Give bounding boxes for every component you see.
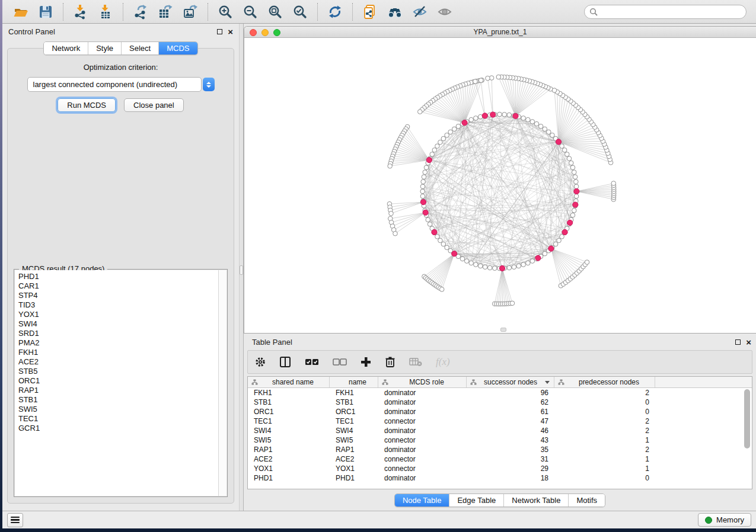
tab-network[interactable]: Network <box>44 42 88 55</box>
table-row[interactable]: FKH1FKH1dominator962 <box>248 388 752 398</box>
memory-button[interactable]: Memory <box>698 513 751 527</box>
column-header-shared-name[interactable]: shared name <box>248 377 330 387</box>
float-panel-icon[interactable] <box>217 29 222 34</box>
column-header-successor-nodes[interactable]: successor nodes <box>467 377 554 387</box>
table-row[interactable]: STB1STB1dominator620 <box>248 398 752 407</box>
tab-select[interactable]: Select <box>121 42 158 55</box>
network-canvas[interactable] <box>244 38 756 334</box>
table-options-icon[interactable] <box>255 357 266 367</box>
export-network-icon[interactable] <box>132 3 149 21</box>
control-panel-tabs: NetworkStyleSelectMCDS <box>43 41 197 55</box>
status-bar: Memory <box>2 511 756 528</box>
mcds-result-item[interactable]: STB5 <box>15 367 227 376</box>
mcds-result-item[interactable]: PHD1 <box>15 272 227 281</box>
table-row[interactable]: PHD1PHD1dominator180 <box>248 473 752 483</box>
horizontal-splitter-grip[interactable] <box>500 328 506 332</box>
search-field[interactable] <box>584 5 747 19</box>
import-network-icon[interactable] <box>72 3 90 21</box>
mcds-result-item[interactable]: SRD1 <box>15 329 227 338</box>
mcds-result-item[interactable]: STB1 <box>15 395 227 405</box>
close-table-panel-icon[interactable]: × <box>746 339 751 345</box>
table-cell: RAP1 <box>248 446 330 454</box>
zoom-out-icon[interactable] <box>241 3 259 21</box>
run-mcds-button[interactable]: Run MCDS <box>58 98 116 112</box>
import-table-icon[interactable] <box>97 3 114 21</box>
table-cell: connector <box>378 464 467 473</box>
table-header-row: shared namenameMCDS rolesuccessor nodesp… <box>248 377 752 388</box>
mcds-result-item[interactable]: RAP1 <box>15 386 227 395</box>
mcds-result-item[interactable]: TEC1 <box>15 414 227 424</box>
open-session-icon[interactable] <box>12 3 30 21</box>
column-header-predecessor-nodes[interactable]: predecessor nodes <box>554 377 655 387</box>
search-input[interactable] <box>601 7 741 17</box>
mcds-result-item[interactable]: TID3 <box>15 300 227 310</box>
table-row[interactable]: SWI4SWI4dominator462 <box>248 426 752 435</box>
mcds-result-item[interactable]: FKH1 <box>15 348 227 357</box>
mcds-result-item[interactable]: PMA2 <box>15 338 227 348</box>
tab-motifs[interactable]: Motifs <box>568 494 605 507</box>
mcds-result-item[interactable]: CAR1 <box>15 281 227 291</box>
table-row[interactable]: SWI5SWI5connector431 <box>248 435 752 445</box>
table-cell: dominator <box>378 427 467 435</box>
network-titlebar[interactable]: YPA_prune.txt_1 <box>244 27 756 38</box>
mcds-result-item[interactable]: SWI4 <box>15 319 227 329</box>
find-icon[interactable] <box>386 3 404 21</box>
mcds-result-item[interactable]: ORC1 <box>15 376 227 386</box>
column-header-MCDS-role[interactable]: MCDS role <box>378 377 467 387</box>
table-row[interactable]: YOX1YOX1connector291 <box>248 464 752 473</box>
table-cell: 2 <box>554 427 655 435</box>
table-cell: dominator <box>378 408 467 416</box>
mcds-result-list[interactable]: PHD1CAR1STP4TID3YOX1SWI4SRD1PMA2FKH1ACE2… <box>15 270 227 496</box>
hide-selected-icon[interactable] <box>411 3 429 21</box>
tab-node-table[interactable]: Node Table <box>395 494 449 507</box>
add-column-icon[interactable] <box>361 357 371 367</box>
close-window-icon[interactable] <box>250 29 257 36</box>
float-table-panel-icon[interactable] <box>735 339 741 345</box>
memory-status-icon <box>705 517 712 524</box>
save-session-icon[interactable] <box>37 3 55 21</box>
table-cell: dominator <box>378 389 467 397</box>
column-header-name[interactable]: name <box>330 377 378 387</box>
mcds-result-item[interactable]: SWI5 <box>15 405 227 414</box>
table-row[interactable]: ORC1ORC1dominator610 <box>248 407 752 416</box>
mcds-result-item[interactable]: STP4 <box>15 291 227 300</box>
tab-edge-table[interactable]: Edge Table <box>449 494 503 507</box>
delete-column-icon[interactable] <box>385 356 395 368</box>
apply-layout-icon[interactable] <box>326 3 344 21</box>
tab-mcds[interactable]: MCDS <box>158 42 197 55</box>
new-network-from-selection-icon[interactable] <box>361 3 379 21</box>
table-tabs: Node TableEdge TableNetwork TableMotifs <box>394 493 605 507</box>
zoom-in-icon[interactable] <box>216 3 234 21</box>
show-hidden-icon[interactable] <box>436 3 454 21</box>
export-image-icon[interactable] <box>181 3 199 21</box>
table-scrollbar[interactable] <box>744 389 751 487</box>
mcds-result-item[interactable]: GCR1 <box>15 424 227 433</box>
table-cell: 18 <box>467 474 554 482</box>
mcds-result-item[interactable]: ACE2 <box>15 357 227 367</box>
zoom-fit-icon[interactable] <box>266 3 284 21</box>
deselect-all-icon[interactable] <box>333 358 347 366</box>
criterion-value: largest connected component (undirected) <box>27 77 202 92</box>
task-history-icon[interactable] <box>7 513 23 527</box>
tab-network-table[interactable]: Network Table <box>503 494 568 507</box>
show-column-icon[interactable] <box>279 356 291 368</box>
table-row[interactable]: TEC1TEC1connector472 <box>248 416 752 426</box>
close-panel-icon[interactable]: × <box>228 29 233 34</box>
table-cell: 35 <box>467 446 554 454</box>
table-cell: SWI5 <box>248 436 330 444</box>
table-row[interactable]: ACE2ACE2connector311 <box>248 454 752 464</box>
export-table-icon[interactable] <box>157 3 174 21</box>
mcds-result-item[interactable]: YOX1 <box>15 310 227 319</box>
select-all-icon[interactable] <box>305 358 319 366</box>
tab-style[interactable]: Style <box>88 42 121 55</box>
table-row[interactable]: RAP1RAP1dominator352 <box>248 445 752 454</box>
criterion-dropdown[interactable]: largest connected component (undirected) <box>27 77 215 92</box>
network-title: YPA_prune.txt_1 <box>474 28 527 36</box>
vertical-splitter[interactable] <box>239 24 244 511</box>
close-panel-button[interactable]: Close panel <box>124 98 184 112</box>
maximize-window-icon[interactable] <box>273 29 280 36</box>
zoom-selected-icon[interactable] <box>291 3 309 21</box>
table-cell: 0 <box>554 474 655 482</box>
result-scrollbar[interactable] <box>218 270 227 496</box>
minimize-window-icon[interactable] <box>261 29 269 36</box>
